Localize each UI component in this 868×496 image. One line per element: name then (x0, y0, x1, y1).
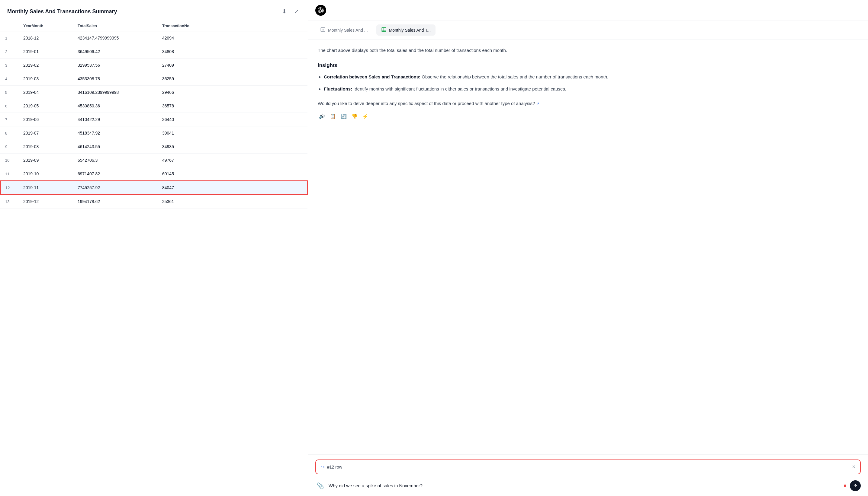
expand-icon[interactable]: ⤢ (292, 7, 300, 16)
table-row[interactable]: 102019-096542706.349767 (0, 154, 308, 167)
cell-yearmonth: 2019-04 (18, 86, 73, 99)
cell-transno: 39041 (158, 126, 218, 140)
cell-empty (218, 154, 308, 167)
table-row[interactable]: 52019-043416109.239999999829466 (0, 86, 308, 99)
cell-yearmonth: 2019-12 (18, 195, 73, 208)
cell-yearmonth: 2019-10 (18, 167, 73, 181)
cell-empty (218, 181, 308, 195)
cell-idx: 6 (0, 99, 18, 113)
cell-yearmonth: 2019-01 (18, 45, 73, 59)
table-row[interactable]: 62019-054530850.3636578 (0, 99, 308, 113)
insight-2-bold: Fluctuations: (324, 86, 352, 91)
cell-totalsales: 4410422.29 (73, 113, 158, 126)
table-row[interactable]: 122019-117745257.9284047 (0, 181, 308, 195)
cell-empty (218, 45, 308, 59)
col-header-empty (218, 20, 308, 31)
table-row[interactable]: 12018-124234147.479999999542094 (0, 31, 308, 45)
close-reference-button[interactable]: × (852, 464, 855, 470)
cell-totalsales: 4234147.4799999995 (73, 31, 158, 45)
bolt-icon[interactable]: ⚡ (361, 112, 370, 120)
insight-1: Correlation between Sales and Transactio… (324, 73, 858, 80)
tab-chart-label: Monthly Sales And ... (328, 28, 368, 33)
tab-table[interactable]: Monthly Sales And T... (376, 25, 435, 36)
chat-header (308, 0, 868, 21)
cell-transno: 84047 (158, 181, 218, 195)
cell-idx: 8 (0, 126, 18, 140)
chart-icon (320, 27, 326, 33)
cell-idx: 4 (0, 72, 18, 86)
cell-transno: 42094 (158, 31, 218, 45)
chat-input-row: 📎 (315, 478, 861, 491)
col-header-transno: TransactionNo (158, 20, 218, 31)
download-icon[interactable]: ⬇ (280, 7, 288, 16)
cell-idx: 7 (0, 113, 18, 126)
cell-idx: 10 (0, 154, 18, 167)
cell-yearmonth: 2019-09 (18, 154, 73, 167)
followup-text: Would you like to delve deeper into any … (318, 100, 858, 107)
cell-idx: 2 (0, 45, 18, 59)
cell-idx: 1 (0, 31, 18, 45)
tab-chart[interactable]: Monthly Sales And ... (315, 25, 373, 36)
cell-transno: 60145 (158, 167, 218, 181)
sales-table: YearMonth TotalSales TransactionNo 12018… (0, 20, 308, 208)
action-icons-row: 🔊 📋 🔄 👎 ⚡ (318, 111, 858, 125)
cell-yearmonth: 2019-02 (18, 59, 73, 72)
cell-empty (218, 113, 308, 126)
cell-empty (218, 126, 308, 140)
table-row[interactable]: 42019-034353308.7836259 (0, 72, 308, 86)
tab-table-label: Monthly Sales And T... (389, 28, 431, 33)
table-actions: ⬇ ⤢ (280, 7, 300, 16)
speak-icon[interactable]: 🔊 (318, 112, 326, 120)
cell-idx: 11 (0, 167, 18, 181)
cell-empty (218, 167, 308, 181)
cell-totalsales: 4353308.78 (73, 72, 158, 86)
insight-1-text: Observe the relationship between the tot… (422, 74, 608, 79)
cell-empty (218, 59, 308, 72)
followup-link[interactable]: ↗︎ (536, 102, 539, 106)
col-header-idx (0, 20, 18, 31)
reference-tag: ↪ #12 row (321, 464, 342, 470)
table-row[interactable]: 132019-121994178.6225361 (0, 195, 308, 208)
cell-empty (218, 99, 308, 113)
cell-transno: 29466 (158, 86, 218, 99)
cell-empty (218, 195, 308, 208)
cell-yearmonth: 2019-07 (18, 126, 73, 140)
cell-yearmonth: 2019-08 (18, 140, 73, 154)
cell-yearmonth: 2018-12 (18, 31, 73, 45)
cell-totalsales: 3416109.2399999998 (73, 86, 158, 99)
chat-input[interactable] (329, 482, 840, 490)
insights-list: Correlation between Sales and Transactio… (318, 73, 858, 93)
cell-empty (218, 31, 308, 45)
cell-transno: 36440 (158, 113, 218, 126)
table-row[interactable]: 112019-106971407.8260145 (0, 167, 308, 181)
cell-yearmonth: 2019-06 (18, 113, 73, 126)
cell-totalsales: 4614243.55 (73, 140, 158, 154)
chat-content: The chart above displays both the total … (308, 40, 868, 454)
table-row[interactable]: 32019-023299537.5627409 (0, 59, 308, 72)
cell-totalsales: 3299537.56 (73, 59, 158, 72)
cell-idx: 9 (0, 140, 18, 154)
openai-icon (315, 5, 326, 16)
table-row[interactable]: 72019-064410422.2936440 (0, 113, 308, 126)
refresh-icon[interactable]: 🔄 (340, 112, 348, 120)
cell-transno: 49767 (158, 154, 218, 167)
cell-totalsales: 3649506.42 (73, 45, 158, 59)
cell-transno: 36578 (158, 99, 218, 113)
thumbsdown-icon[interactable]: 👎 (350, 112, 359, 120)
table-header-row: YearMonth TotalSales TransactionNo (0, 20, 308, 31)
copy-icon[interactable]: 📋 (329, 112, 337, 120)
table-title: Monthly Sales And Transactions Summary (7, 9, 117, 15)
table-row[interactable]: 82019-074518347.9239041 (0, 126, 308, 140)
table-row[interactable]: 92019-084614243.5534935 (0, 140, 308, 154)
table-icon (381, 27, 387, 33)
send-button[interactable] (850, 480, 861, 491)
attach-icon[interactable]: 📎 (315, 481, 325, 491)
cell-empty (218, 140, 308, 154)
cell-transno: 36259 (158, 72, 218, 86)
cell-yearmonth: 2019-11 (18, 181, 73, 195)
cell-totalsales: 6542706.3 (73, 154, 158, 167)
insight-2: Fluctuations: Identify months with signi… (324, 86, 858, 93)
table-row[interactable]: 22019-013649506.4234808 (0, 45, 308, 59)
cell-empty (218, 72, 308, 86)
cell-totalsales: 1994178.62 (73, 195, 158, 208)
